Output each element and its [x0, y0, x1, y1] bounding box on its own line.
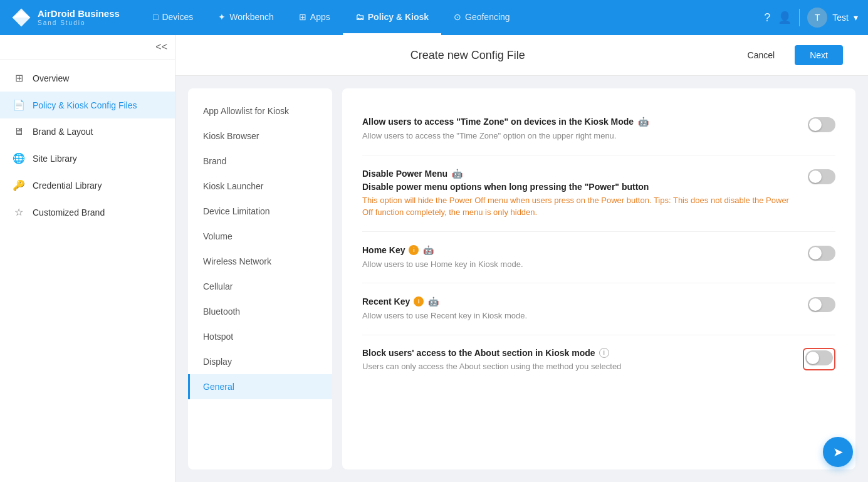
logo-icon	[10, 6, 33, 29]
setting-desc-timezone: Allow users to access the "Time Zone" op…	[362, 130, 795, 142]
toggle-slider-about-block	[805, 350, 833, 365]
fab-send-icon: ➤	[833, 444, 844, 459]
file-icon: 📄	[13, 99, 25, 111]
setting-row-recent-key: Recent Key i 🤖 Allow users to use Recent…	[362, 283, 835, 335]
page-header: Create new Config File Cancel Next	[175, 35, 868, 76]
devices-icon: □	[153, 12, 158, 22]
toggle-about-block[interactable]	[805, 350, 833, 365]
toggle-home-key[interactable]	[808, 246, 835, 261]
avatar: T	[807, 8, 827, 28]
cancel-button[interactable]: Cancel	[735, 45, 788, 65]
logo-area: AirDroid Business Sand Studio	[10, 6, 135, 29]
setting-row-timezone: Allow users to access "Time Zone" on dev…	[362, 103, 835, 155]
logo-text: AirDroid Business Sand Studio	[38, 9, 120, 26]
sub-menu-general[interactable]: General	[188, 374, 332, 399]
setting-title-recent-key: Recent Key i 🤖	[362, 296, 795, 307]
sub-menu-panel: App Allowlist for Kiosk Kiosk Browser Br…	[188, 88, 332, 469]
nav-workbench[interactable]: ✦ Workbench	[206, 0, 286, 35]
setting-desc-recent-key: Allow users to use Recent key in Kiosk m…	[362, 310, 795, 322]
sidebar-item-customized-brand[interactable]: ☆ Customized Brand	[0, 199, 175, 226]
setting-title-home-key: Home Key i 🤖	[362, 244, 795, 256]
setting-info-timezone: Allow users to access "Time Zone" on dev…	[362, 116, 795, 142]
setting-info-power-menu: Disable Power Menu 🤖 Disable power menu …	[362, 168, 795, 219]
next-button[interactable]: Next	[795, 45, 843, 65]
header-actions: Cancel Next	[735, 45, 843, 65]
setting-info-recent-key: Recent Key i 🤖 Allow users to use Recent…	[362, 296, 795, 322]
sidebar-header: <<	[0, 35, 175, 60]
setting-title-timezone: Allow users to access "Time Zone" on dev…	[362, 116, 795, 127]
sub-menu-display[interactable]: Display	[188, 349, 332, 374]
sub-menu-app-allowlist[interactable]: App Allowlist for Kiosk	[188, 98, 332, 123]
geofencing-icon: ⊙	[454, 12, 461, 22]
setting-row-power-menu: Disable Power Menu 🤖 Disable power menu …	[362, 155, 835, 232]
sub-menu-kiosk-browser[interactable]: Kiosk Browser	[188, 123, 332, 149]
info-icon-about-block[interactable]: i	[599, 348, 609, 358]
nav-devices[interactable]: □ Devices	[140, 0, 206, 35]
toggle-recent-key[interactable]	[808, 297, 835, 312]
globe-icon: 🌐	[13, 152, 25, 164]
sub-menu-brand[interactable]: Brand	[188, 149, 332, 174]
page-title: Create new Config File	[410, 49, 525, 62]
sidebar-item-site-library[interactable]: 🌐 Site Library	[0, 145, 175, 172]
sub-menu-cellular[interactable]: Cellular	[188, 274, 332, 299]
sidebar-collapse-button[interactable]: <<	[155, 41, 167, 53]
sub-menu-hotspot[interactable]: Hotspot	[188, 324, 332, 349]
nav-apps[interactable]: ⊞ Apps	[286, 0, 343, 35]
toggle-timezone[interactable]	[808, 117, 835, 132]
chevron-down-icon: ▾	[854, 13, 858, 23]
sub-menu-wireless-network[interactable]: Wireless Network	[188, 249, 332, 274]
setting-title-about-block: Block users' access to the About section…	[362, 348, 790, 358]
sidebar-item-overview[interactable]: ⊞ Overview	[0, 65, 175, 92]
setting-control-home-key	[808, 244, 835, 263]
setting-control-recent-key	[808, 296, 835, 315]
help-icon[interactable]: ?	[764, 11, 770, 24]
android-badge-timezone: 🤖	[637, 116, 649, 127]
sub-menu-bluetooth[interactable]: Bluetooth	[188, 299, 332, 324]
setting-title-power-menu: Disable power menu options when long pre…	[362, 182, 795, 192]
notifications-icon[interactable]: 👤	[778, 11, 792, 24]
sub-menu-volume[interactable]: Volume	[188, 224, 332, 249]
fab-button[interactable]: ➤	[823, 437, 853, 467]
logo-sub: Sand Studio	[38, 19, 120, 26]
sub-menu-kiosk-launcher[interactable]: Kiosk Launcher	[188, 174, 332, 199]
setting-desc-about-block: Users can only access the About section …	[362, 360, 790, 373]
nav-geofencing[interactable]: ⊙ Geofencing	[441, 0, 523, 35]
key-icon: 🔑	[13, 179, 25, 191]
grid-icon: ⊞	[13, 72, 25, 84]
monitor-icon: 🖥	[13, 126, 25, 137]
setting-info-home-key: Home Key i 🤖 Allow users to use Home key…	[362, 244, 795, 271]
sidebar-item-credential-library[interactable]: 🔑 Credential Library	[0, 172, 175, 199]
toggle-slider-recent-key	[808, 297, 835, 312]
top-navigation: AirDroid Business Sand Studio □ Devices …	[0, 0, 868, 35]
setting-label-power-menu: Disable Power Menu 🤖	[362, 168, 795, 179]
setting-desc-power-menu: This option will hide the Power Off menu…	[362, 194, 795, 219]
nav-policy-kiosk[interactable]: 🗂 Policy & Kiosk	[343, 0, 441, 35]
main-nav: □ Devices ✦ Workbench ⊞ Apps 🗂 Policy & …	[140, 0, 523, 35]
content-area: Create new Config File Cancel Next App A…	[175, 35, 868, 482]
setting-control-about-block	[803, 348, 835, 370]
android-badge-power: 🤖	[451, 168, 463, 179]
logo-main: AirDroid Business	[38, 9, 120, 19]
user-menu[interactable]: T Test ▾	[807, 8, 858, 28]
setting-control-timezone	[808, 116, 835, 135]
toggle-slider-timezone	[808, 117, 835, 132]
sub-menu-device-limitation[interactable]: Device Limitation	[188, 199, 332, 224]
sidebar: << ⊞ Overview 📄 Policy & Kiosk Config Fi…	[0, 35, 175, 482]
toggle-slider-home-key	[808, 246, 835, 261]
ios-badge-recent-key: i	[414, 296, 424, 306]
main-layout: << ⊞ Overview 📄 Policy & Kiosk Config Fi…	[0, 35, 868, 482]
nav-divider	[799, 9, 800, 26]
star-icon: ☆	[13, 206, 25, 218]
sidebar-nav: ⊞ Overview 📄 Policy & Kiosk Config Files…	[0, 60, 175, 231]
settings-panel: Allow users to access "Time Zone" on dev…	[342, 88, 855, 469]
android-badge-recent-key: 🤖	[427, 296, 439, 307]
setting-row-about-block: Block users' access to the About section…	[362, 335, 835, 385]
svg-marker-1	[13, 11, 31, 18]
setting-control-power-menu	[808, 168, 835, 187]
sidebar-item-policy-kiosk[interactable]: 📄 Policy & Kiosk Config Files	[0, 92, 175, 118]
android-badge-home-key: 🤖	[422, 244, 434, 256]
two-panel: App Allowlist for Kiosk Kiosk Browser Br…	[175, 76, 868, 482]
policy-icon: 🗂	[355, 12, 364, 22]
toggle-power-menu[interactable]	[808, 169, 835, 184]
sidebar-item-brand-layout[interactable]: 🖥 Brand & Layout	[0, 118, 175, 145]
